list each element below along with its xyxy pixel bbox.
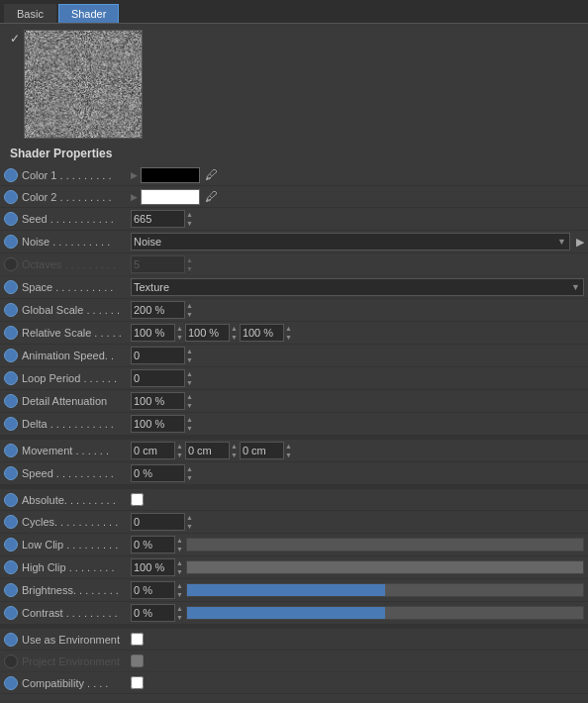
contrast-indicator[interactable] bbox=[4, 606, 18, 620]
anim-speed-indicator[interactable] bbox=[4, 349, 18, 362]
use-env-indicator[interactable] bbox=[4, 633, 18, 647]
seed-indicator[interactable] bbox=[4, 212, 18, 226]
relative-scale-indicator[interactable] bbox=[4, 326, 18, 340]
color1-swatch[interactable] bbox=[141, 167, 200, 183]
cycles-indicator[interactable] bbox=[4, 515, 18, 529]
rel-z-up[interactable]: ▲ bbox=[285, 324, 292, 333]
color2-expand[interactable]: ▶ bbox=[131, 192, 138, 202]
color1-picker-icon[interactable]: 🖊 bbox=[203, 167, 220, 182]
proj-env-indicator[interactable] bbox=[4, 654, 18, 668]
compat-indicator[interactable] bbox=[4, 676, 18, 690]
detail-atten-up[interactable]: ▲ bbox=[186, 392, 193, 401]
brightness-up[interactable]: ▲ bbox=[176, 581, 183, 590]
mvt-z-up[interactable]: ▲ bbox=[285, 442, 292, 451]
rel-y-up[interactable]: ▲ bbox=[231, 324, 238, 333]
color2-swatch[interactable] bbox=[141, 189, 200, 205]
global-scale-up[interactable]: ▲ bbox=[186, 301, 193, 310]
brightness-slider[interactable] bbox=[186, 583, 584, 597]
seed-down[interactable]: ▼ bbox=[186, 219, 193, 228]
delta-input[interactable] bbox=[131, 415, 185, 433]
speed-input[interactable] bbox=[131, 464, 185, 482]
color1-expand[interactable]: ▶ bbox=[131, 170, 138, 180]
mvt-x-down[interactable]: ▼ bbox=[176, 451, 183, 459]
high-clip-indicator[interactable] bbox=[4, 560, 18, 574]
delta-down[interactable]: ▼ bbox=[186, 424, 193, 433]
color2-indicator[interactable] bbox=[4, 190, 18, 204]
contrast-input[interactable] bbox=[131, 604, 175, 622]
contrast-up[interactable]: ▲ bbox=[176, 604, 183, 613]
proj-env-checkbox[interactable] bbox=[131, 654, 144, 667]
detail-atten-input[interactable] bbox=[131, 392, 185, 410]
movement-indicator[interactable] bbox=[4, 444, 18, 457]
low-clip-input[interactable] bbox=[131, 536, 175, 553]
cycles-down[interactable]: ▼ bbox=[186, 522, 193, 531]
rel-x-down[interactable]: ▼ bbox=[176, 333, 183, 342]
movement-y-input[interactable] bbox=[185, 442, 230, 459]
preview-checkmark[interactable]: ✓ bbox=[10, 32, 20, 46]
seed-input[interactable] bbox=[131, 210, 185, 228]
rel-scale-y-input[interactable] bbox=[185, 324, 230, 342]
rel-scale-x-input[interactable] bbox=[131, 324, 175, 342]
octaves-input[interactable] bbox=[131, 255, 185, 273]
global-scale-indicator[interactable] bbox=[4, 303, 18, 317]
color1-indicator[interactable] bbox=[4, 168, 18, 182]
use-env-checkbox[interactable] bbox=[131, 633, 144, 646]
octaves-down[interactable]: ▼ bbox=[186, 264, 193, 273]
low-clip-indicator[interactable] bbox=[4, 538, 18, 552]
global-scale-down[interactable]: ▼ bbox=[186, 310, 193, 319]
delta-up[interactable]: ▲ bbox=[186, 415, 193, 424]
brightness-down[interactable]: ▼ bbox=[176, 590, 183, 599]
speed-indicator[interactable] bbox=[4, 466, 18, 480]
speed-up[interactable]: ▲ bbox=[186, 464, 193, 473]
octaves-indicator[interactable] bbox=[4, 257, 18, 271]
contrast-slider[interactable] bbox=[186, 606, 584, 620]
rel-z-down[interactable]: ▼ bbox=[285, 333, 292, 342]
low-clip-slider[interactable] bbox=[186, 538, 584, 552]
high-clip-up[interactable]: ▲ bbox=[176, 558, 183, 567]
loop-period-indicator[interactable] bbox=[4, 371, 18, 385]
absolute-checkbox[interactable] bbox=[131, 493, 144, 506]
anim-speed-up[interactable]: ▲ bbox=[186, 347, 193, 355]
movement-x-input[interactable] bbox=[131, 442, 175, 459]
space-dropdown[interactable]: Texture bbox=[131, 278, 584, 296]
high-clip-input[interactable] bbox=[131, 558, 175, 576]
speed-down[interactable]: ▼ bbox=[186, 473, 193, 482]
space-indicator[interactable] bbox=[4, 280, 18, 294]
low-clip-up[interactable]: ▲ bbox=[176, 536, 183, 545]
detail-atten-down[interactable]: ▼ bbox=[186, 401, 193, 410]
anim-speed-down[interactable]: ▼ bbox=[186, 355, 193, 364]
mvt-x-up[interactable]: ▲ bbox=[176, 442, 183, 451]
color2-picker-icon[interactable]: 🖊 bbox=[203, 189, 220, 204]
loop-period-input[interactable] bbox=[131, 369, 185, 387]
absolute-indicator[interactable] bbox=[4, 493, 18, 507]
rel-x-up[interactable]: ▲ bbox=[176, 324, 183, 333]
high-clip-down[interactable]: ▼ bbox=[176, 567, 183, 576]
delta-indicator[interactable] bbox=[4, 417, 18, 431]
mvt-z-down[interactable]: ▼ bbox=[285, 451, 292, 459]
noise-indicator[interactable] bbox=[4, 235, 18, 249]
anim-speed-input[interactable] bbox=[131, 347, 185, 364]
brightness-indicator[interactable] bbox=[4, 583, 18, 597]
cycles-up[interactable]: ▲ bbox=[186, 513, 193, 522]
low-clip-down[interactable]: ▼ bbox=[176, 545, 183, 553]
tab-basic[interactable]: Basic bbox=[4, 4, 56, 23]
detail-atten-indicator[interactable] bbox=[4, 394, 18, 408]
loop-period-up[interactable]: ▲ bbox=[186, 369, 193, 378]
rel-y-down[interactable]: ▼ bbox=[231, 333, 238, 342]
compat-checkbox[interactable] bbox=[131, 676, 144, 689]
mvt-y-up[interactable]: ▲ bbox=[231, 442, 238, 451]
loop-period-down[interactable]: ▼ bbox=[186, 378, 193, 387]
brightness-input[interactable] bbox=[131, 581, 175, 599]
contrast-down[interactable]: ▼ bbox=[176, 613, 183, 622]
tab-shader[interactable]: Shader bbox=[58, 4, 119, 23]
noise-nav-arrow[interactable]: ▶ bbox=[576, 236, 584, 249]
cycles-input[interactable] bbox=[131, 513, 185, 531]
global-scale-input[interactable] bbox=[131, 301, 185, 319]
noise-dropdown[interactable]: Noise bbox=[131, 233, 570, 251]
high-clip-slider[interactable] bbox=[186, 560, 584, 574]
mvt-y-down[interactable]: ▼ bbox=[231, 451, 238, 459]
octaves-up[interactable]: ▲ bbox=[186, 255, 193, 264]
seed-up[interactable]: ▲ bbox=[186, 210, 193, 219]
rel-scale-z-input[interactable] bbox=[240, 324, 284, 342]
movement-z-input[interactable] bbox=[240, 442, 284, 459]
